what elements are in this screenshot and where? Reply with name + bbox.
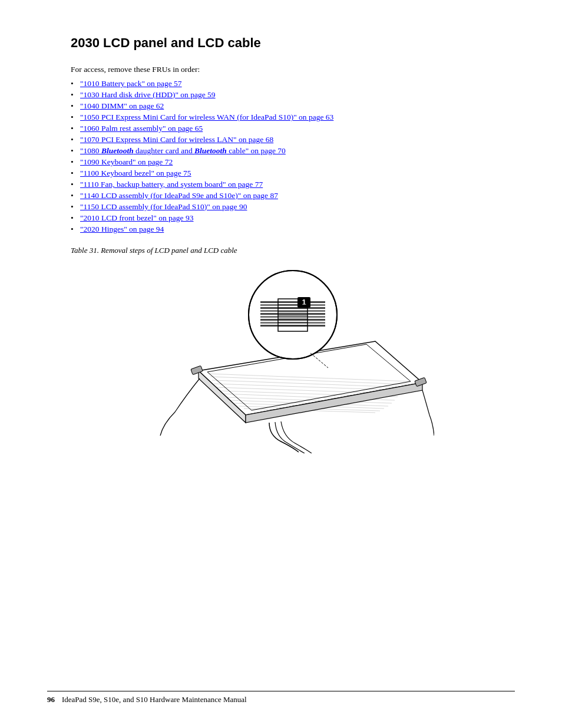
footer: 96 IdeaPad S9e, S10e, and S10 Hardware M… [47, 691, 515, 704]
svg-line-40 [310, 353, 328, 368]
svg-rect-25 [260, 319, 325, 321]
svg-rect-20 [260, 304, 325, 306]
list-item: "1110 Fan, backup battery, and system bo… [71, 180, 515, 189]
list-item: "1040 DIMM" on page 62 [71, 101, 515, 111]
fru-list: "1010 Battery pack" on page 57 "1030 Har… [71, 79, 515, 234]
fru-link-1090[interactable]: "1090 Keyboard" on page 72 [80, 157, 173, 166]
fru-link-2020[interactable]: "2020 Hinges" on page 94 [80, 225, 164, 233]
fru-link-1060[interactable]: "1060 Palm rest assembly" on page 65 [80, 124, 203, 133]
list-item: "2020 Hinges" on page 94 [71, 225, 515, 234]
svg-line-3 [210, 377, 407, 384]
list-item: "1090 Keyboard" on page 72 [71, 157, 515, 167]
svg-rect-21 [260, 307, 325, 309]
fru-link-1100[interactable]: "1100 Keyboard bezel" on page 75 [80, 169, 191, 177]
lcd-panel-diagram: 1 [151, 265, 434, 453]
list-item: "1080 Bluetooth daughter card and Blueto… [71, 146, 515, 156]
intro-text: For access, remove these FRUs in order: [71, 65, 515, 74]
svg-rect-23 [260, 313, 325, 315]
fru-link-1140[interactable]: "1140 LCD assembly (for IdeaPad S9e and … [80, 191, 278, 200]
diagram-container: 1 [71, 265, 515, 453]
svg-rect-22 [260, 310, 325, 312]
fru-link-1030[interactable]: "1030 Hard disk drive (HDD)" on page 59 [80, 90, 216, 99]
list-item: "1150 LCD assembly (for IdeaPad S10)" on… [71, 202, 515, 212]
magnify-circle: 1 [249, 271, 337, 359]
svg-marker-15 [246, 383, 422, 423]
list-item: "1140 LCD assembly (for IdeaPad S9e and … [71, 191, 515, 200]
svg-marker-14 [199, 371, 246, 423]
fru-link-1010[interactable]: "1010 Battery pack" on page 57 [80, 79, 182, 88]
page-title: 2030 LCD panel and LCD cable [71, 35, 515, 51]
list-item: "2010 LCD front bezel" on page 93 [71, 213, 515, 223]
list-item: "1050 PCI Express Mini Card for wireless… [71, 113, 515, 122]
svg-rect-27 [260, 325, 325, 327]
svg-rect-26 [260, 322, 325, 324]
svg-line-5 [214, 384, 403, 390]
svg-rect-17 [415, 377, 427, 387]
fru-link-2010[interactable]: "2010 LCD front bezel" on page 93 [80, 213, 193, 222]
fru-link-1110[interactable]: "1110 Fan, backup battery, and system bo… [80, 180, 263, 189]
fru-link-1070[interactable]: "1070 PCI Express Mini Card for wireless… [80, 135, 273, 144]
fru-link-1040[interactable]: "1040 DIMM" on page 62 [80, 101, 164, 110]
page-content: 2030 LCD panel and LCD cable For access,… [0, 0, 562, 500]
fru-link-1080[interactable]: "1080 Bluetooth daughter card and Blueto… [80, 146, 286, 155]
table-caption: Table 31. Removal steps of LCD panel and… [71, 246, 515, 255]
list-item: "1060 Palm rest assembly" on page 65 [71, 124, 515, 133]
list-item: "1070 PCI Express Mini Card for wireless… [71, 135, 515, 144]
svg-rect-24 [260, 316, 325, 318]
list-item: "1100 Keyboard bezel" on page 75 [71, 169, 515, 178]
footer-page-number: 96 [47, 695, 55, 704]
list-item: "1010 Battery pack" on page 57 [71, 79, 515, 88]
fru-link-1150[interactable]: "1150 LCD assembly (for IdeaPad S10)" on… [80, 202, 247, 211]
footer-description: IdeaPad S9e, S10e, and S10 Hardware Main… [62, 695, 247, 704]
fru-link-1050[interactable]: "1050 PCI Express Mini Card for wireless… [80, 113, 333, 121]
svg-rect-19 [260, 301, 325, 303]
svg-line-4 [212, 380, 405, 387]
svg-line-2 [209, 374, 409, 381]
list-item: "1030 Hard disk drive (HDD)" on page 59 [71, 90, 515, 100]
svg-text:1: 1 [302, 298, 306, 307]
